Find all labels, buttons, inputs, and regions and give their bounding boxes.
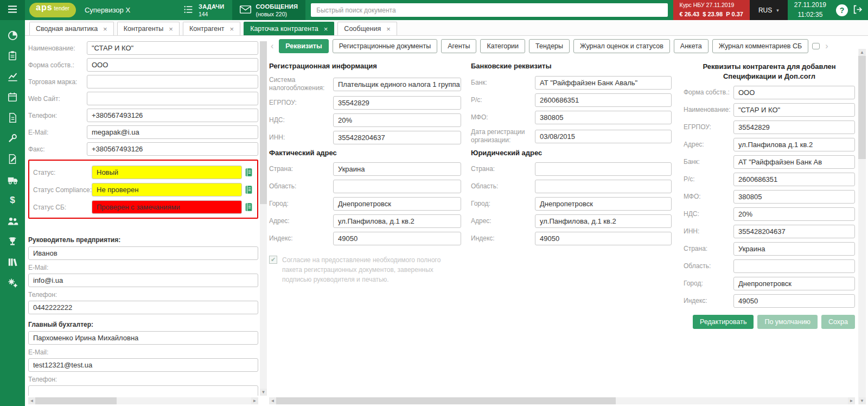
security-status-input[interactable]: Проверен с замечаниями: [92, 200, 242, 214]
mfo-input[interactable]: 380805: [535, 111, 672, 124]
language-selector[interactable]: RUS ▾: [750, 0, 788, 20]
chevron-left-icon[interactable]: ‹: [269, 41, 275, 51]
accountant-email-input[interactable]: test12321@test.ua: [28, 358, 258, 372]
scrollbar-thumb[interactable]: [35, 397, 117, 404]
truck-icon[interactable]: [6, 173, 19, 186]
trademark-input[interactable]: [87, 75, 258, 88]
director-email-input[interactable]: info@i.ua: [28, 274, 258, 287]
tab-tenders[interactable]: Тендеры: [529, 39, 570, 53]
left-panel-horizontal-scrollbar[interactable]: ◄ ►: [28, 397, 258, 404]
spec-city-input[interactable]: Днепропетровск: [733, 277, 855, 290]
settings-gears-icon[interactable]: [6, 276, 19, 289]
spec-address-input[interactable]: ул.Панфилова д.1 кв.2: [733, 138, 855, 151]
hamburger-menu-button[interactable]: [0, 0, 25, 20]
fax-input[interactable]: +380567493126: [87, 142, 258, 156]
finance-dollar-icon[interactable]: $: [6, 194, 19, 207]
spec-egrpou-input[interactable]: 35542829: [733, 120, 855, 134]
tab-categories[interactable]: Категории: [480, 39, 525, 53]
tab-contractors[interactable]: Контрагенты ×: [117, 22, 180, 35]
close-icon[interactable]: ×: [230, 26, 234, 33]
fact-zip-input[interactable]: 49050: [333, 232, 461, 245]
consent-checkbox[interactable]: ✔: [269, 256, 277, 264]
email-input[interactable]: megapak@i.ua: [87, 125, 258, 139]
registration-date-input[interactable]: 03/08/2015: [535, 130, 672, 143]
spec-country-input[interactable]: Украина: [733, 242, 855, 256]
director-phone-input[interactable]: 0442222222: [28, 301, 258, 314]
scroll-left-icon[interactable]: ◄: [269, 397, 276, 404]
partners-users-icon[interactable]: [6, 214, 19, 227]
ownership-form-input[interactable]: ООО: [87, 58, 258, 72]
fact-city-input[interactable]: Днепропетровск: [333, 197, 461, 211]
tab-messages[interactable]: Сообщения ×: [337, 22, 397, 35]
tab-summary-analytics[interactable]: Сводная аналитика ×: [29, 22, 114, 35]
compliance-journal-icon[interactable]: [244, 185, 253, 194]
scroll-right-icon[interactable]: ►: [251, 397, 258, 404]
legal-address-input[interactable]: ул.Панфилова, д.1 кв.2: [535, 214, 672, 228]
clipboard-tasks-icon[interactable]: [6, 49, 19, 62]
close-icon[interactable]: ×: [324, 26, 328, 33]
left-panel-vertical-scrollbar[interactable]: ▼: [260, 41, 267, 396]
scroll-down-icon[interactable]: ▼: [859, 397, 866, 404]
close-icon[interactable]: ×: [103, 26, 107, 33]
status-input[interactable]: Новый: [92, 166, 242, 179]
egrpou-input[interactable]: 35542829: [333, 96, 461, 110]
aps-tender-logo[interactable]: aps tender: [29, 3, 76, 17]
tab-registration-documents[interactable]: Регистрационные документы: [333, 39, 438, 53]
document-icon[interactable]: [6, 111, 19, 124]
spec-zip-input[interactable]: 49050: [733, 294, 855, 308]
spec-account-input[interactable]: 2600686351: [733, 173, 855, 186]
status-journal-icon[interactable]: [244, 168, 253, 177]
spec-bank-input[interactable]: АТ "Райффайзен Банк Ав: [733, 155, 855, 169]
website-input[interactable]: [87, 92, 258, 105]
logout-button[interactable]: [852, 4, 863, 16]
trophy-icon[interactable]: [6, 235, 19, 248]
name-input[interactable]: "СТАР И КО": [87, 41, 258, 55]
spec-name-input[interactable]: "СТАР И КО": [733, 103, 855, 117]
scrollbar-thumb[interactable]: [276, 397, 616, 404]
phone-input[interactable]: +380567493126: [87, 109, 258, 122]
inn-input[interactable]: 355428204637: [333, 131, 461, 144]
fact-address-input[interactable]: ул.Панфилова, д.1 кв.2: [333, 214, 461, 228]
tab-requisites[interactable]: Реквизиты: [279, 39, 328, 53]
details-vertical-scrollbar[interactable]: ▲ ▼: [858, 49, 866, 404]
close-icon[interactable]: ×: [386, 26, 391, 33]
accountant-name-input[interactable]: Пархоменко Ирина Михайловна: [28, 331, 258, 345]
fact-country-input[interactable]: Украина: [333, 162, 461, 176]
spec-inn-input[interactable]: 355428204637: [733, 225, 855, 238]
currency-rates-panel[interactable]: Курс НБУ 27.11.2019 € 26.43 $ 23.98 Р 0.…: [673, 0, 750, 20]
tax-system-input[interactable]: Плательщик единого налога 1 группа: [333, 78, 461, 91]
scrollbar-thumb[interactable]: [858, 56, 866, 159]
tab-questionnaire[interactable]: Анкета: [674, 39, 709, 53]
details-horizontal-scrollbar[interactable]: ◄ ►: [269, 397, 855, 404]
spec-region-input[interactable]: [733, 259, 855, 273]
line-chart-icon[interactable]: [6, 70, 19, 83]
fact-region-input[interactable]: [333, 180, 461, 193]
scroll-left-icon[interactable]: ◄: [28, 397, 35, 404]
calendar-icon[interactable]: [6, 91, 19, 104]
security-journal-icon[interactable]: [244, 202, 253, 212]
tab-contractor-card[interactable]: Карточка контрагента ×: [244, 22, 334, 35]
scroll-up-icon[interactable]: ▲: [859, 49, 866, 56]
accountant-phone-input[interactable]: [28, 385, 258, 396]
save-button[interactable]: Сохра: [821, 315, 855, 329]
tasks-button[interactable]: ЗАДАЧИ 144: [176, 0, 232, 20]
vat-input[interactable]: 20%: [333, 113, 461, 127]
tab-agents[interactable]: Агенты: [441, 39, 476, 53]
tab-partial-clipped[interactable]: [812, 43, 820, 49]
bank-name-input[interactable]: АТ "Райффайзен Банк Аваль": [535, 76, 672, 90]
help-button[interactable]: ?: [836, 4, 848, 16]
spec-mfo-input[interactable]: 380805: [733, 190, 855, 204]
tab-contractor[interactable]: Контрагент ×: [183, 22, 240, 35]
default-button[interactable]: По умолчанию: [757, 315, 818, 329]
account-input[interactable]: 2600686351: [535, 93, 672, 107]
compliance-status-input[interactable]: Не проверен: [92, 183, 242, 196]
scroll-down-icon[interactable]: ▼: [260, 389, 267, 396]
document-search-input[interactable]: [311, 3, 667, 17]
chevron-right-icon[interactable]: ›: [824, 41, 829, 51]
spec-ownership-input[interactable]: ООО: [733, 86, 855, 99]
tab-ratings-status-journal[interactable]: Журнал оценок и статусов: [573, 39, 670, 53]
scrollbar-thumb[interactable]: [260, 41, 267, 204]
tab-security-comments-journal[interactable]: Журнал комментариев СБ: [712, 39, 808, 53]
legal-zip-input[interactable]: 49050: [535, 232, 672, 245]
close-icon[interactable]: ×: [169, 26, 173, 33]
